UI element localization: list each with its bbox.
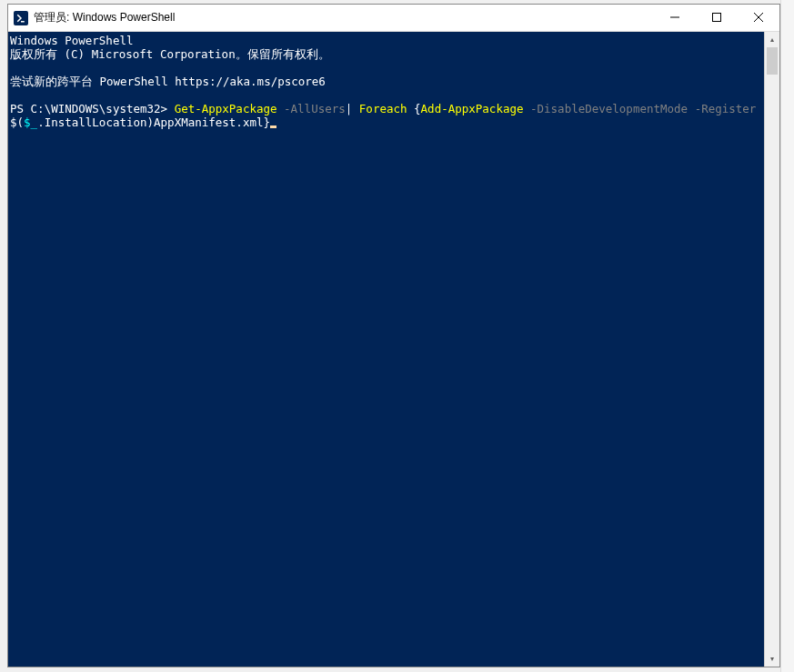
banner-line-1: Windows PowerShell [10, 34, 133, 47]
scroll-track[interactable] [765, 47, 779, 651]
maximize-button[interactable] [696, 5, 738, 31]
chevron-up-icon: ▴ [770, 35, 774, 44]
vertical-scrollbar[interactable]: ▴ ▾ [764, 32, 779, 667]
cmd-pipe: | [346, 102, 359, 115]
banner-line-2: 版权所有 (C) Microsoft Corporation。保留所有权利。 [10, 47, 330, 61]
window-title: 管理员: Windows PowerShell [34, 10, 654, 25]
background-edge [780, 0, 794, 672]
cmd-param: -DisableDevelopmentMode -Register [523, 102, 762, 115]
cmd-variable: $_ [24, 115, 37, 129]
maximize-icon [712, 11, 721, 25]
close-button[interactable] [738, 5, 779, 31]
powershell-icon [14, 11, 28, 25]
terminal-output[interactable]: Windows PowerShell 版权所有 (C) Microsoft Co… [8, 32, 764, 667]
chevron-down-icon: ▾ [770, 655, 774, 663]
cmdlet: Foreach [359, 102, 407, 115]
cmdlet: Get-AppxPackage [175, 102, 277, 115]
prompt: PS C:\WINDOWS\system32> [10, 102, 175, 115]
scroll-up-button[interactable]: ▴ [765, 32, 779, 47]
window-controls [654, 5, 779, 31]
cmd-brace: { [407, 102, 421, 115]
scroll-down-button[interactable]: ▾ [765, 651, 779, 667]
minimize-icon [670, 11, 679, 25]
cursor [270, 125, 276, 128]
cmd-param: -AllUsers [277, 102, 346, 115]
cmd-rest: .InstallLocation)AppXManifest.xml [37, 115, 263, 129]
pscore-hint: 尝试新的跨平台 PowerShell https://aka.ms/pscore… [10, 75, 326, 88]
terminal-area: Windows PowerShell 版权所有 (C) Microsoft Co… [8, 32, 779, 667]
cmdlet: Add-AppxPackage [421, 102, 524, 115]
powershell-window: 管理员: Windows PowerShell Windows PowerShe… [7, 4, 780, 667]
close-icon [754, 11, 763, 25]
cmd-brace-close: } [263, 115, 270, 129]
minimize-button[interactable] [654, 5, 696, 31]
titlebar[interactable]: 管理员: Windows PowerShell [8, 5, 779, 32]
scroll-thumb[interactable] [767, 47, 778, 75]
cmd-subexpr-open: $( [10, 115, 24, 129]
svg-rect-1 [713, 14, 721, 22]
